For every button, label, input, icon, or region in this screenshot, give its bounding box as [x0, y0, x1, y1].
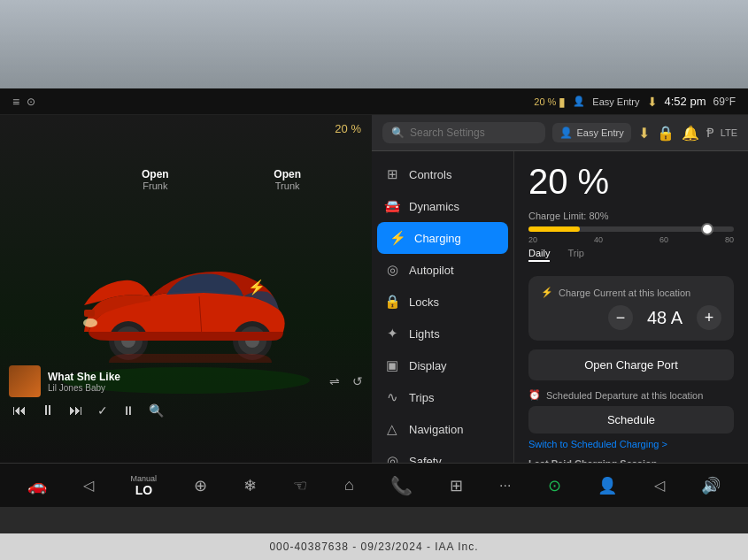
menu-label-display: Display: [409, 359, 447, 372]
charge-bar-fill: [528, 226, 580, 232]
menu-item-controls[interactable]: ⊞Controls: [372, 158, 513, 190]
tick-20: 20: [528, 235, 537, 244]
nav-prev-icon[interactable]: ◁: [654, 477, 665, 494]
search-input[interactable]: [410, 127, 536, 139]
nav-lo-label: LO: [135, 483, 152, 497]
settings-content: 20 % Charge Limit: 80% 20 40 60: [513, 151, 748, 463]
menu-label-trips: Trips: [409, 391, 434, 404]
nav-fan-icon[interactable]: ❄: [243, 476, 257, 495]
menu-icon-charging: ⚡: [389, 230, 405, 246]
battery-icon: ▮: [559, 95, 566, 109]
menu-icon-autopilot: ◎: [384, 262, 400, 278]
car-panel: 20 % Open Frunk Open Trunk: [0, 115, 372, 463]
charge-limit-label: Charge Limit: 80%: [528, 211, 734, 221]
bluetooth-icon: Ᵽ: [706, 126, 713, 140]
tick-80: 80: [725, 235, 734, 244]
music-text: What She Like Lil Jones Baby: [48, 371, 120, 393]
settings-body: ⊞Controls🚘Dynamics⚡Charging◎Autopilot🔒Lo…: [372, 151, 748, 463]
menu-item-autopilot[interactable]: ◎Autopilot: [372, 254, 513, 286]
lock-icon-header: 🔒: [657, 125, 675, 142]
search-music-icon[interactable]: 🔍: [149, 403, 164, 418]
menu-item-trips[interactable]: ∿Trips: [372, 381, 513, 413]
open-charge-port-button[interactable]: Open Charge Port: [528, 349, 734, 380]
menu-item-charging[interactable]: ⚡Charging: [377, 222, 508, 254]
nav-more-icon[interactable]: ···: [499, 478, 511, 494]
nav-lo-item[interactable]: Manual LO: [131, 474, 158, 497]
music-player: What She Like Lil Jones Baby ⇌ ↺ ⏮ ⏸ ⏭ ✓…: [9, 365, 363, 418]
battery-indicator: 20 % ▮: [534, 95, 566, 109]
time-display: 4:52 pm: [665, 95, 706, 108]
menu-label-autopilot: Autopilot: [409, 264, 454, 277]
tab-daily[interactable]: Daily: [528, 248, 550, 262]
repeat-icon[interactable]: ↺: [352, 374, 363, 388]
prev-button[interactable]: ⏮: [12, 403, 27, 418]
decrease-current-button[interactable]: −: [608, 305, 633, 330]
nav-phone-icon[interactable]: 📞: [390, 475, 413, 496]
download-icon: ⬇: [638, 125, 650, 142]
nav-apps-icon[interactable]: ⊞: [450, 476, 463, 495]
charge-tabs: Daily Trip: [528, 248, 734, 262]
play-pause-button[interactable]: ⏸: [41, 403, 55, 418]
search-icon: 🔍: [391, 127, 405, 139]
menu-label-charging: Charging: [414, 232, 461, 245]
screen-status-bar: ≡ ⊙ 20 % ▮ 👤 Easy Entry ⬇ 4:52 pm 69°F: [0, 88, 748, 115]
menu-label-lights: Lights: [409, 327, 440, 341]
settings-header: 🔍 👤 Easy Entry ⬇ 🔒 🔔 Ᵽ LTE: [372, 115, 748, 151]
menu-icon-locks: 🔒: [384, 294, 400, 310]
menu-item-display[interactable]: ▣Display: [372, 349, 513, 381]
charge-bar-track: [528, 226, 734, 232]
nav-home-icon[interactable]: ⌂: [344, 476, 354, 495]
current-value: 48 A: [647, 308, 682, 328]
menu-item-dynamics[interactable]: 🚘Dynamics: [372, 190, 513, 222]
lte-icon: LTE: [721, 127, 737, 138]
menu-label-dynamics: Dynamics: [409, 200, 459, 213]
svg-rect-8: [84, 310, 95, 317]
menu-icon-lights: ✦: [384, 326, 400, 341]
switch-charging-link[interactable]: Switch to Scheduled Charging >: [528, 439, 734, 449]
check-icon[interactable]: ✓: [97, 403, 108, 418]
charge-bar-thumb[interactable]: [701, 223, 713, 235]
nav-back-icon[interactable]: ◁: [83, 477, 94, 494]
menu-item-navigation[interactable]: △Navigation: [372, 413, 513, 445]
clock-icon: ⏰: [528, 389, 541, 401]
menu-item-safety[interactable]: ◎Safety: [372, 445, 513, 463]
menu-icon-display: ▣: [384, 357, 400, 373]
trunk-label[interactable]: Open Trunk: [274, 168, 301, 191]
nav-volume-icon[interactable]: 🔊: [701, 476, 721, 495]
status-left: ≡ ⊙: [12, 95, 525, 109]
battery-top-right: 20 %: [335, 122, 361, 135]
equalizer-icon[interactable]: ⏸: [122, 403, 135, 418]
temp-display: 69°F: [713, 96, 736, 108]
nav-spotify-icon[interactable]: ⊙: [548, 476, 561, 495]
menu-icon-trips: ∿: [384, 389, 400, 405]
menu-label-locks: Locks: [409, 295, 439, 309]
easy-entry-badge: 👤 Easy Entry: [552, 123, 630, 142]
search-box[interactable]: 🔍: [382, 122, 545, 143]
nav-gesture-icon[interactable]: ☜: [293, 476, 307, 495]
watermark: 000-40387638 - 09/23/2024 - IAA Inc.: [0, 533, 748, 560]
menu-label-controls: Controls: [409, 168, 451, 181]
nav-car-icon[interactable]: 🚗: [27, 476, 47, 495]
battery-percent-top: 20 %: [534, 96, 556, 107]
album-art: [9, 365, 41, 397]
music-artist: Lil Jones Baby: [48, 383, 120, 393]
shuffle-icon[interactable]: ⇌: [329, 374, 340, 388]
increase-current-button[interactable]: +: [697, 305, 721, 330]
nav-manual-label: Manual: [131, 474, 158, 483]
tab-trip[interactable]: Trip: [567, 248, 584, 262]
current-control: − 48 A +: [541, 305, 721, 330]
music-info: What She Like Lil Jones Baby ⇌ ↺: [9, 365, 363, 397]
easy-entry-label: Easy Entry: [576, 127, 623, 138]
nav-temp-icon[interactable]: ⊕: [194, 476, 207, 495]
music-extra-controls: ⇌ ↺: [329, 374, 363, 388]
scheduled-label: ⏰ Scheduled Departure at this location: [528, 389, 734, 401]
main-content: 20 % Open Frunk Open Trunk: [0, 115, 748, 463]
car-interior-top: [0, 0, 748, 88]
next-button[interactable]: ⏭: [69, 403, 83, 418]
schedule-button[interactable]: Schedule: [528, 406, 734, 433]
charge-bar[interactable]: 20 40 60 80 Daily Trip: [528, 226, 734, 262]
frunk-label[interactable]: Open Frunk: [142, 168, 169, 191]
nav-user-icon[interactable]: 👤: [598, 476, 617, 495]
menu-item-lights[interactable]: ✦Lights: [372, 318, 513, 349]
menu-item-locks[interactable]: 🔒Locks: [372, 286, 513, 318]
